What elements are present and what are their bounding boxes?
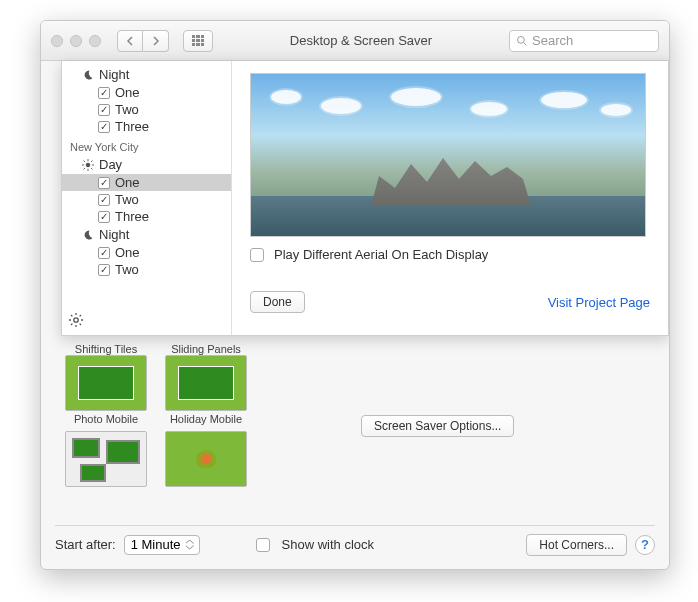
screensaver-options-button[interactable]: Screen Saver Options... [361, 415, 514, 437]
aerial-config-sheet: Night One Two Three New York City Day On… [61, 61, 669, 336]
settings-gear-button[interactable] [68, 312, 84, 331]
svg-line-10 [84, 168, 86, 170]
sun-icon [82, 159, 94, 171]
location-group: New York City [62, 135, 231, 155]
section-day[interactable]: Day [62, 155, 231, 174]
start-after-value: 1 Minute [131, 537, 181, 552]
saver-sliding-panels[interactable]: Sliding Panels Holiday Mobile [165, 341, 247, 425]
done-button[interactable]: Done [250, 291, 305, 313]
close-dot[interactable] [51, 35, 63, 47]
saver-label: Photo Mobile [65, 413, 147, 425]
chevron-right-icon [152, 36, 160, 46]
moon-icon [82, 229, 94, 241]
saver-holiday-mobile[interactable] [165, 431, 247, 487]
prefs-window: Desktop & Screen Saver Search Shifting T… [40, 20, 670, 570]
start-after-select[interactable]: 1 Minute [124, 535, 200, 555]
item-label: Three [115, 119, 149, 134]
search-field[interactable]: Search [509, 30, 659, 52]
forward-button[interactable] [143, 30, 169, 52]
video-item[interactable]: Three [62, 208, 231, 225]
section-night[interactable]: Night [62, 65, 231, 84]
video-preview [250, 73, 646, 237]
chevron-left-icon [126, 36, 134, 46]
visit-project-link[interactable]: Visit Project Page [548, 295, 650, 310]
thumbnail-icon [65, 355, 147, 411]
play-different-row: Play Different Aerial On Each Display [250, 247, 488, 262]
checkbox[interactable] [98, 104, 110, 116]
item-label: One [115, 85, 140, 100]
svg-line-8 [91, 168, 93, 170]
thumbnail-icon [165, 431, 247, 487]
zoom-dot[interactable] [89, 35, 101, 47]
screensaver-thumbnails: Shifting Tiles Photo Mobile Sliding Pane… [65, 341, 315, 493]
skyline-decoration [371, 146, 531, 206]
saver-label: Sliding Panels [165, 343, 247, 355]
search-icon [516, 35, 528, 47]
checkbox[interactable] [98, 121, 110, 133]
checkbox[interactable] [98, 264, 110, 276]
checkbox[interactable] [98, 177, 110, 189]
video-item[interactable]: Three [62, 118, 231, 135]
start-after-label: Start after: [55, 537, 116, 552]
svg-line-9 [91, 160, 93, 162]
svg-point-2 [86, 162, 91, 167]
bottom-bar: Start after: 1 Minute Show with clock Ho… [55, 525, 655, 555]
svg-line-17 [80, 324, 81, 325]
thumbnail-icon [65, 431, 147, 487]
svg-line-19 [71, 324, 72, 325]
svg-line-18 [80, 315, 81, 316]
section-label: Night [99, 227, 129, 242]
gear-icon [68, 312, 84, 328]
saver-shifting-tiles[interactable]: Shifting Tiles Photo Mobile [65, 341, 147, 425]
hot-corners-button[interactable]: Hot Corners... [526, 534, 627, 556]
svg-line-1 [524, 42, 527, 45]
video-item-selected[interactable]: One [62, 174, 231, 191]
show-all-button[interactable] [183, 30, 213, 52]
locations-sidebar: Night One Two Three New York City Day On… [62, 61, 232, 335]
saver-label: Holiday Mobile [165, 413, 247, 425]
svg-line-7 [84, 160, 86, 162]
svg-line-16 [71, 315, 72, 316]
item-label: Three [115, 209, 149, 224]
video-item[interactable]: One [62, 84, 231, 101]
item-label: Two [115, 192, 139, 207]
show-clock-label: Show with clock [282, 537, 374, 552]
item-label: One [115, 175, 140, 190]
video-item[interactable]: Two [62, 261, 231, 278]
grid-icon [192, 35, 204, 47]
svg-point-0 [518, 36, 525, 43]
thumbnail-icon [165, 355, 247, 411]
checkbox[interactable] [98, 87, 110, 99]
clouds-decoration [251, 84, 645, 144]
show-clock-checkbox[interactable] [256, 538, 270, 552]
checkbox[interactable] [98, 211, 110, 223]
saver-label: Shifting Tiles [65, 343, 147, 355]
traffic-lights [51, 35, 101, 47]
titlebar: Desktop & Screen Saver Search [41, 21, 669, 61]
window-title: Desktop & Screen Saver [221, 33, 501, 48]
video-item[interactable]: One [62, 244, 231, 261]
moon-icon [82, 69, 94, 81]
section-night[interactable]: Night [62, 225, 231, 244]
nav-buttons [117, 30, 169, 52]
section-label: Day [99, 157, 122, 172]
saver-photo-mobile[interactable] [65, 431, 147, 487]
checkbox[interactable] [98, 194, 110, 206]
item-label: One [115, 245, 140, 260]
checkbox[interactable] [98, 247, 110, 259]
item-label: Two [115, 262, 139, 277]
minimize-dot[interactable] [70, 35, 82, 47]
back-button[interactable] [117, 30, 143, 52]
section-label: Night [99, 67, 129, 82]
play-different-label: Play Different Aerial On Each Display [274, 247, 488, 262]
svg-point-11 [74, 318, 78, 322]
help-button[interactable]: ? [635, 535, 655, 555]
video-item[interactable]: Two [62, 191, 231, 208]
item-label: Two [115, 102, 139, 117]
play-different-checkbox[interactable] [250, 248, 264, 262]
video-item[interactable]: Two [62, 101, 231, 118]
search-placeholder: Search [532, 33, 573, 48]
